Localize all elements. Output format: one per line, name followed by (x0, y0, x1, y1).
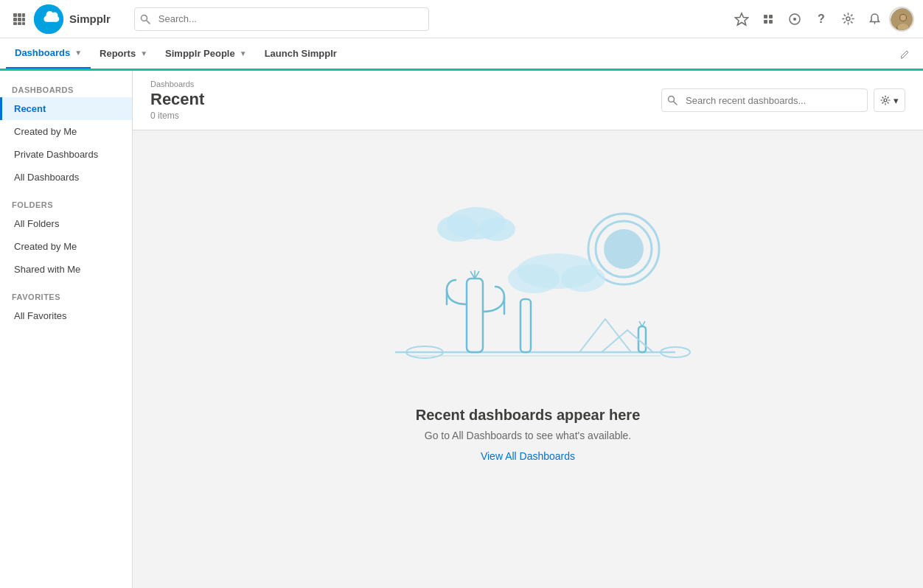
nav-simpplr-people[interactable]: Simpplr People ▼ (156, 38, 256, 69)
svg-rect-15 (764, 20, 767, 24)
app-launcher-icon-btn[interactable] (783, 7, 807, 31)
sidebar-item-all-favorites[interactable]: All Favorites (0, 304, 132, 327)
app-grid-icon[interactable] (9, 9, 29, 29)
sidebar-item-created-by-me-dash[interactable]: Created by Me (0, 120, 132, 143)
svg-rect-3 (13, 18, 17, 21)
search-recent-wrap (661, 88, 868, 112)
global-search-input[interactable] (134, 7, 429, 31)
content-area: Dashboards Recent 0 items ▾ (133, 71, 923, 588)
sidebar-item-all-folders[interactable]: All Folders (0, 212, 132, 235)
svg-point-35 (437, 215, 478, 242)
svg-line-26 (907, 51, 908, 52)
svg-rect-6 (13, 22, 17, 25)
svg-rect-2 (22, 13, 25, 17)
svg-rect-4 (18, 18, 21, 21)
nav-edit-icon[interactable] (894, 38, 917, 69)
empty-state-subtitle: Go to All Dashboards to see what's avail… (425, 430, 632, 441)
svg-point-39 (561, 265, 605, 292)
svg-point-25 (897, 24, 909, 31)
help-icon-btn[interactable]: ? (809, 7, 833, 31)
main-layout: DASHBOARDS Recent Created by Me Private … (0, 71, 923, 588)
svg-rect-7 (18, 22, 21, 25)
nav-launch-simpplr[interactable]: Launch Simpplr (256, 38, 346, 69)
sidebar-section-folders: FOLDERS (0, 195, 132, 212)
sidebar-item-recent[interactable]: Recent (0, 97, 132, 120)
empty-state-title: Recent dashboards appear here (416, 407, 641, 424)
app-nav: Dashboards ▼ Reports ▼ Simpplr People ▼ … (0, 38, 923, 71)
sidebar-item-private-dashboards[interactable]: Private Dashboards (0, 143, 132, 166)
svg-rect-14 (769, 15, 773, 18)
people-chevron-icon: ▼ (240, 49, 247, 57)
empty-state: Recent dashboards appear here Go to All … (133, 130, 923, 514)
svg-point-24 (900, 15, 906, 21)
svg-rect-5 (22, 18, 25, 21)
dashboards-chevron-icon: ▼ (74, 49, 82, 57)
page-title: Recent (150, 90, 204, 109)
item-count: 0 items (150, 111, 204, 121)
settings-dropdown-btn[interactable]: ▾ (874, 88, 905, 112)
nav-reports[interactable]: Reports ▼ (91, 38, 156, 69)
top-nav-actions: ? (730, 7, 914, 32)
sidebar-item-shared-with-me[interactable]: Shared with Me (0, 258, 132, 281)
svg-point-38 (508, 264, 560, 293)
setup-icon-btn[interactable] (756, 7, 780, 31)
svg-rect-48 (520, 299, 531, 352)
svg-rect-16 (769, 20, 773, 24)
top-nav: Simpplr ? (0, 0, 923, 38)
sidebar-section-favorites: FAVORITES (0, 287, 132, 304)
svg-rect-42 (467, 279, 483, 352)
svg-line-47 (475, 271, 479, 279)
app-name: Simpplr (69, 13, 111, 25)
svg-point-19 (846, 17, 850, 21)
svg-rect-8 (22, 22, 25, 25)
breadcrumb-title-wrap: Dashboards Recent 0 items (150, 80, 204, 121)
sidebar-section-dashboards: DASHBOARDS (0, 80, 132, 97)
svg-point-33 (604, 229, 644, 269)
avatar[interactable] (889, 7, 914, 32)
svg-rect-1 (18, 13, 21, 17)
content-header: Dashboards Recent 0 items ▾ (133, 71, 923, 130)
reports-chevron-icon: ▼ (140, 49, 147, 57)
favorites-icon-btn[interactable] (730, 7, 753, 31)
sidebar-item-all-dashboards[interactable]: All Dashboards (0, 166, 132, 189)
sidebar: DASHBOARDS Recent Created by Me Private … (0, 71, 133, 588)
svg-rect-0 (13, 13, 17, 17)
global-search (134, 7, 429, 31)
salesforce-logo[interactable] (34, 4, 63, 34)
svg-marker-12 (736, 13, 748, 25)
sidebar-item-created-by-me-folders[interactable]: Created by Me (0, 235, 132, 258)
content-header-actions: ▾ (661, 88, 905, 112)
empty-state-illustration (351, 183, 705, 389)
svg-rect-13 (764, 15, 767, 18)
svg-line-45 (470, 271, 475, 279)
svg-point-30 (884, 99, 887, 102)
search-recent-input[interactable] (661, 88, 868, 112)
view-all-dashboards-link[interactable]: View All Dashboards (481, 450, 575, 462)
svg-rect-49 (638, 326, 646, 352)
breadcrumb: Dashboards (150, 80, 204, 88)
nav-dashboards[interactable]: Dashboards ▼ (6, 38, 91, 69)
notifications-icon-btn[interactable] (863, 7, 886, 31)
settings-icon-btn[interactable] (836, 7, 860, 31)
svg-point-18 (793, 18, 796, 21)
svg-point-36 (478, 217, 515, 241)
